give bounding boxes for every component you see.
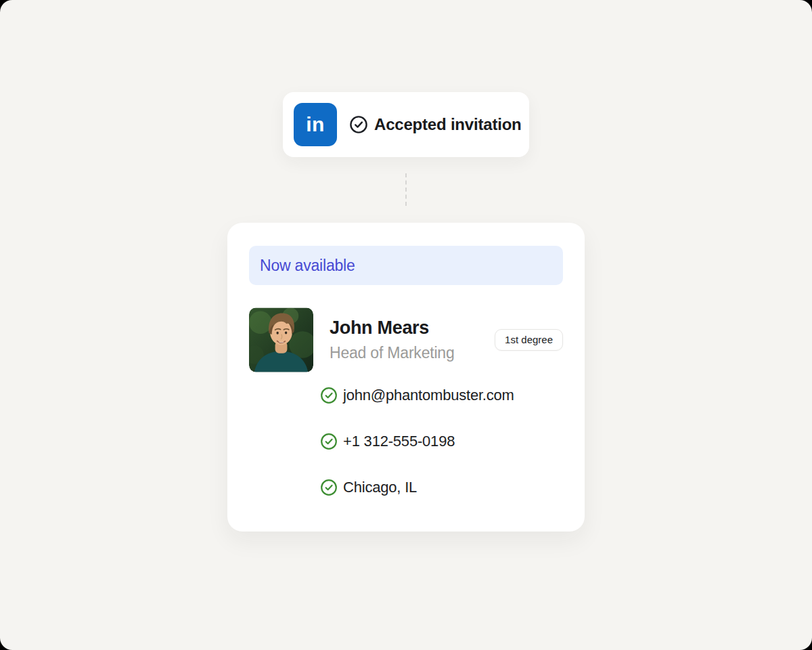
status-group: Accepted invitation	[349, 115, 522, 134]
contact-email-value: john@phantombuster.com	[343, 387, 514, 404]
person-name: John Mears	[330, 318, 455, 339]
linkedin-icon: in	[294, 103, 337, 146]
person-job-title: Head of Marketing	[330, 344, 455, 362]
contact-phone-value: +1 312-555-0198	[343, 433, 455, 450]
now-available-banner: Now available	[249, 246, 563, 285]
contact-row-location: Chicago, IL	[320, 479, 563, 496]
canvas: in Accepted invitation Now available	[0, 0, 812, 650]
profile-card: Now available	[227, 223, 585, 532]
status-label: Accepted invitation	[374, 115, 522, 134]
contact-row-phone: +1 312-555-0198	[320, 433, 563, 450]
contact-row-email: john@phantombuster.com	[320, 387, 563, 404]
avatar	[249, 307, 313, 372]
profile-row: John Mears Head of Marketing 1st degree	[249, 307, 563, 372]
verified-check-icon	[320, 433, 338, 450]
flow-connector-line	[405, 173, 407, 206]
person-block: John Mears Head of Marketing	[330, 318, 455, 362]
degree-badge: 1st degree	[495, 329, 563, 351]
verified-check-icon	[320, 387, 338, 404]
contact-location-value: Chicago, IL	[343, 479, 417, 496]
contact-details-list: john@phantombuster.com +1 312-555-0198 C…	[320, 387, 563, 525]
verified-check-icon	[320, 479, 338, 496]
check-circle-icon	[349, 115, 368, 134]
accepted-invitation-card: in Accepted invitation	[283, 92, 529, 157]
banner-label: Now available	[260, 257, 355, 275]
